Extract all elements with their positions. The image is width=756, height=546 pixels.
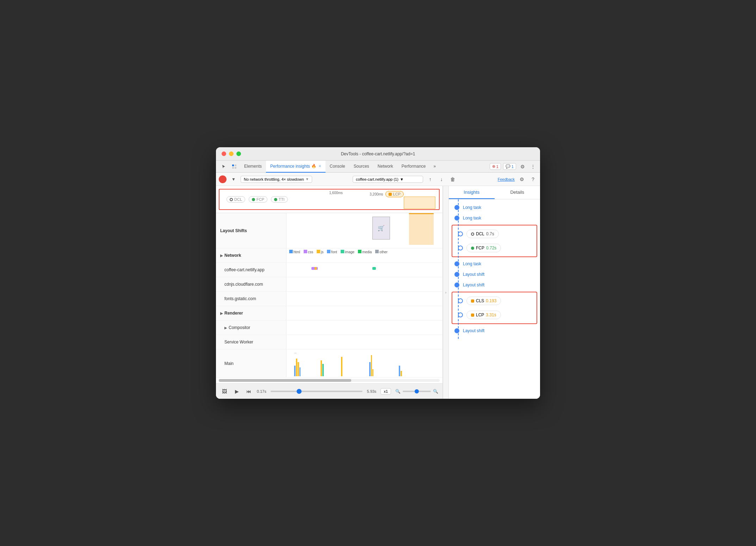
delete-icon[interactable]: 🗑 bbox=[448, 175, 457, 184]
network-collapse-icon[interactable]: ▶ bbox=[220, 254, 223, 258]
host-1-label: coffee-cart.netlify.app bbox=[216, 263, 286, 277]
ellipsis-label: ... bbox=[294, 351, 297, 354]
tab-network[interactable]: Network bbox=[373, 161, 397, 173]
insight-item-dcl: DCL 0.7s bbox=[452, 227, 537, 241]
zoom-out-icon[interactable]: 🔍 bbox=[395, 389, 401, 394]
fcp-dot bbox=[252, 198, 255, 201]
url-dropdown[interactable]: coffee-cart.netlify.app (1) ▼ bbox=[353, 176, 423, 183]
feedback-link[interactable]: Feedback bbox=[498, 177, 515, 181]
legend-other: other bbox=[375, 250, 388, 254]
main-bar bbox=[401, 371, 402, 376]
zoom-in-icon[interactable]: 🔍 bbox=[433, 389, 438, 394]
network-host-1: coffee-cart.netlify.app bbox=[216, 263, 442, 277]
layout-shift-link-2[interactable]: Layout shift bbox=[463, 283, 484, 287]
start-time: 0.17s bbox=[257, 389, 266, 393]
long-task-link-2[interactable]: Long task bbox=[463, 216, 481, 221]
play-button[interactable]: ▶ bbox=[233, 387, 241, 395]
help-icon[interactable]: ? bbox=[529, 175, 537, 184]
maximize-button[interactable] bbox=[236, 151, 241, 156]
layout-shifts-label: Layout Shifts bbox=[216, 213, 286, 248]
dropdown-arrow-icon[interactable]: ▼ bbox=[229, 175, 238, 184]
legend-js: js bbox=[317, 250, 323, 254]
more-options-icon[interactable]: ⋮ bbox=[529, 162, 537, 171]
legend-media: media bbox=[358, 250, 372, 254]
flame-icon: 🔥 bbox=[311, 164, 316, 168]
url-chevron-icon: ▼ bbox=[400, 177, 404, 181]
metric-badges: DCL FCP TTI bbox=[222, 195, 292, 204]
tab-performance-insights[interactable]: Performance insights 🔥 ✕ bbox=[266, 161, 326, 173]
screenshot-icon[interactable]: 🖼 bbox=[220, 387, 229, 396]
timeline-scrollbar[interactable] bbox=[219, 379, 440, 382]
traffic-lights bbox=[222, 151, 241, 156]
long-task-link-1[interactable]: Long task bbox=[463, 205, 481, 210]
timeline-content: Layout Shifts 🛒 ▶ Network bbox=[216, 213, 442, 383]
host1-js-bar bbox=[315, 267, 317, 270]
tab-close-icon[interactable]: ✕ bbox=[318, 164, 321, 168]
tab-console[interactable]: Console bbox=[326, 161, 349, 173]
toolbar: ▼ No network throttling, 4× slowdown ▼ c… bbox=[216, 173, 540, 186]
main-label: Main bbox=[216, 349, 286, 377]
main-bar bbox=[372, 369, 373, 376]
record-button[interactable] bbox=[219, 175, 227, 183]
lcp-label: LCP bbox=[393, 192, 401, 196]
settings-icon[interactable]: ⚙ bbox=[518, 162, 527, 171]
inspect-icon[interactable] bbox=[229, 162, 239, 172]
speed-button[interactable]: x1 bbox=[380, 388, 391, 395]
insights-tabs: Insights Details bbox=[449, 186, 540, 199]
tab-elements[interactable]: Elements bbox=[240, 161, 266, 173]
scrollbar-thumb bbox=[219, 379, 351, 382]
devtools-body: Elements Performance insights 🔥 ✕ Consol… bbox=[216, 161, 540, 399]
title-bar: DevTools - coffee-cart.netlify.app/?ad=1 bbox=[216, 147, 540, 161]
main-bars-group3 bbox=[341, 351, 342, 376]
playback-bar: 🖼 ▶ ⏮ 0.17s 5.93s x1 🔍 🔍 bbox=[216, 383, 442, 399]
throttle-dropdown[interactable]: No network throttling, 4× slowdown ▼ bbox=[241, 176, 312, 183]
cursor-icon[interactable] bbox=[219, 162, 229, 172]
layout-shift-link-1[interactable]: Layout shift bbox=[463, 272, 484, 277]
minimize-button[interactable] bbox=[229, 151, 234, 156]
scrubber-container bbox=[271, 391, 363, 392]
skip-back-icon[interactable]: ⏮ bbox=[245, 387, 253, 395]
dcl-fcp-box: DCL 0.7s FCP 0.72s bbox=[452, 225, 537, 257]
compositor-collapse-icon[interactable]: ▶ bbox=[224, 326, 227, 330]
renderer-collapse-icon[interactable]: ▶ bbox=[220, 311, 223, 315]
more-tabs-button[interactable]: » bbox=[432, 161, 438, 173]
insights-panel: Insights Details Long task bbox=[448, 186, 540, 399]
toolbar-actions: ↑ ↓ 🗑 bbox=[426, 175, 457, 184]
tab-insights[interactable]: Insights bbox=[449, 186, 495, 199]
import-icon[interactable]: ↓ bbox=[437, 175, 446, 184]
gear-icon[interactable]: ⚙ bbox=[518, 175, 526, 184]
layout-shift-thumbnail: 🛒 bbox=[372, 217, 390, 240]
cls-insight-dot bbox=[458, 298, 463, 303]
tab-details[interactable]: Details bbox=[495, 186, 540, 199]
tab-sources[interactable]: Sources bbox=[349, 161, 373, 173]
error-badge[interactable]: ⊗ 1 bbox=[490, 163, 501, 170]
zoom-slider[interactable] bbox=[403, 391, 431, 392]
long-task-link-3[interactable]: Long task bbox=[463, 261, 481, 266]
close-button[interactable] bbox=[222, 151, 226, 156]
insights-list: Long task Long task DCL bbox=[449, 199, 540, 339]
fcp-badge-value: 0.72s bbox=[486, 246, 496, 250]
fcp-insight-dot bbox=[458, 246, 463, 250]
insight-dot-ls-2 bbox=[454, 283, 459, 287]
host-2-label: cdnjs.cloudflare.com bbox=[216, 277, 286, 291]
timeline-panel: DCL FCP TTI 1,600ms bbox=[216, 186, 443, 399]
export-icon[interactable]: ↑ bbox=[426, 175, 434, 184]
ls-orange-bar bbox=[409, 213, 434, 245]
timeline-header: DCL FCP TTI 1,600ms bbox=[216, 186, 442, 213]
tab-performance[interactable]: Performance bbox=[397, 161, 430, 173]
insight-dot-1 bbox=[454, 205, 459, 210]
layout-shift-link-3[interactable]: Layout shift bbox=[463, 328, 484, 333]
timeline-scrubber[interactable] bbox=[271, 391, 363, 392]
chevron-down-icon: ▼ bbox=[305, 177, 309, 181]
main-bars-group1: ... bbox=[294, 351, 300, 376]
main-bar bbox=[296, 359, 297, 376]
layout-shifts-track: 🛒 bbox=[286, 213, 442, 248]
renderer-track bbox=[286, 306, 442, 320]
main-bar bbox=[322, 364, 324, 376]
window-title: DevTools - coffee-cart.netlify.app/?ad=1 bbox=[341, 151, 415, 156]
panel-collapse-button[interactable]: › bbox=[443, 186, 448, 399]
renderer-label: ▶ Renderer bbox=[216, 306, 286, 320]
chat-badge[interactable]: 💬 1 bbox=[503, 163, 516, 170]
fcp-label: FCP bbox=[256, 197, 264, 201]
service-worker-section: Service Worker bbox=[216, 335, 442, 349]
